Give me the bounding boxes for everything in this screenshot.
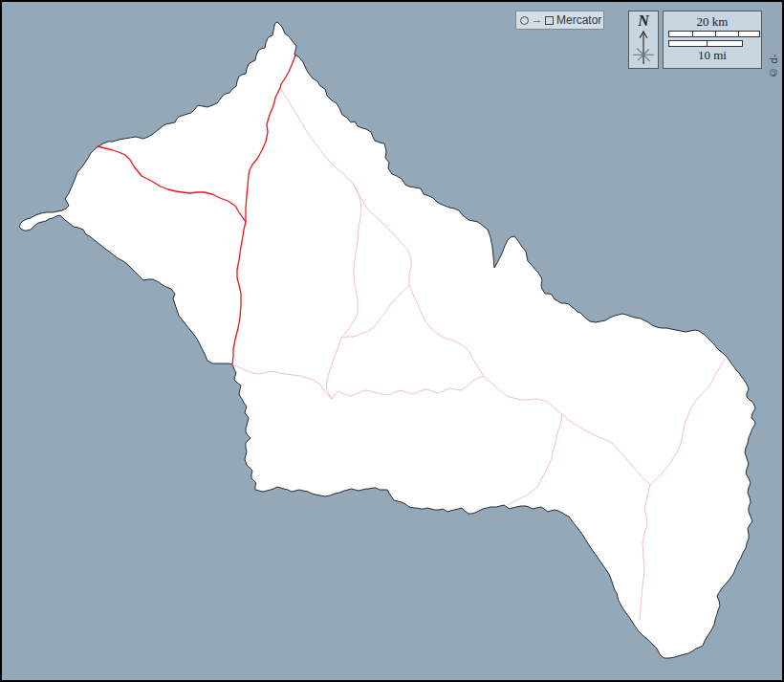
scale-km-label: 20 km — [664, 15, 761, 28]
projection-label: Mercator — [556, 14, 601, 26]
scale-mi-label: 10 mi — [664, 49, 761, 61]
scale-panel: 20 km 10 mi — [663, 11, 762, 69]
scale-bar-km — [668, 31, 760, 37]
map-canvas — [2, 2, 782, 680]
projected-square-icon — [545, 16, 554, 25]
north-arrow-icon — [629, 29, 658, 68]
copyright-text: © d-maps.com — [766, 10, 781, 78]
projection-legend: → Mercator — [515, 11, 604, 30]
globe-circle-icon — [520, 16, 529, 25]
compass-panel: N — [628, 11, 659, 69]
north-label: N — [638, 13, 649, 29]
scale-bar-mi — [668, 40, 743, 47]
arrow-right-icon: → — [532, 14, 542, 25]
map-page: → Mercator N 20 km 10 mi © d-maps.com — [0, 0, 784, 682]
